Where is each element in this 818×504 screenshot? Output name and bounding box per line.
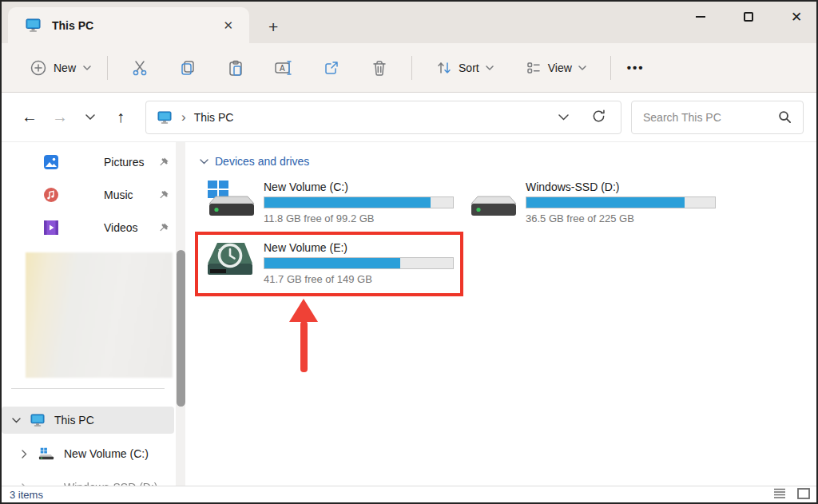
windows-drive-icon — [38, 447, 54, 460]
drive-tile-d[interactable]: Windows-SSD (D:) 36.5 GB free of 225 GB — [467, 179, 722, 224]
sidebar-item-label: Videos — [104, 221, 157, 234]
copy-button[interactable] — [169, 51, 207, 85]
pin-icon — [157, 222, 169, 234]
new-button[interactable]: New — [22, 54, 99, 82]
drive-name: New Volume (E:) — [264, 241, 455, 254]
paste-button[interactable] — [216, 51, 255, 85]
backup-drive-icon — [204, 240, 256, 280]
chevron-down-icon — [83, 65, 91, 70]
trash-icon — [371, 59, 388, 77]
sidebar-item-label: Pictures — [104, 156, 157, 169]
list-view-icon — [773, 488, 786, 498]
maximize-icon — [744, 12, 753, 22]
forward-button[interactable]: → — [45, 104, 75, 131]
sidebar-item-drive-d[interactable]: Windows-SSD (D:) — [2, 474, 174, 486]
tab-this-pc[interactable]: This PC ✕ — [8, 7, 249, 43]
minimize-button[interactable] — [692, 8, 709, 26]
sidebar-item-pictures[interactable]: Pictures — [2, 149, 176, 176]
refresh-button[interactable] — [591, 109, 606, 126]
drive-free-space: 41.7 GB free of 149 GB — [264, 273, 455, 285]
address-bar[interactable]: › This PC — [145, 101, 621, 134]
drive-usage-bar — [526, 196, 716, 208]
more-options-button[interactable]: ••• — [619, 56, 653, 79]
sidebar-item-videos[interactable]: Videos — [2, 214, 176, 241]
drive-usage-bar — [264, 196, 454, 208]
chevron-down-icon — [486, 65, 494, 70]
drive-tile-e[interactable]: New Volume (E:) 41.7 GB free of 149 GB — [204, 240, 460, 285]
back-button[interactable]: ← — [14, 104, 45, 131]
sidebar-item-label: New Volume (C:) — [64, 447, 149, 460]
new-tab-button[interactable]: + — [268, 18, 278, 35]
drive-usage-fill — [264, 258, 400, 268]
pin-icon — [157, 157, 169, 169]
windows-drive-icon — [204, 179, 256, 219]
plus-circle-icon — [30, 60, 46, 76]
details-view-button[interactable] — [773, 488, 786, 501]
chevron-right-icon[interactable] — [10, 450, 38, 458]
close-icon: ✕ — [791, 10, 802, 24]
gray-drive-icon — [467, 179, 518, 219]
large-icons-view-icon — [797, 488, 810, 499]
search-input[interactable]: Search This PC — [631, 101, 804, 134]
delete-button[interactable] — [360, 51, 399, 85]
sort-button-label: Sort — [459, 62, 479, 74]
command-toolbar: New A — [2, 43, 816, 93]
search-placeholder: Search This PC — [643, 111, 778, 124]
status-bar: 3 items — [2, 486, 816, 502]
view-button-label: View — [548, 62, 572, 74]
files-pane: Devices and drives New Volume (C:) 11.8 … — [187, 142, 816, 486]
monitor-icon — [26, 18, 41, 32]
pictures-icon — [43, 154, 59, 170]
group-header-devices-and-drives[interactable]: Devices and drives — [200, 155, 309, 168]
rename-button[interactable]: A — [264, 51, 303, 85]
item-count: 3 items — [10, 489, 43, 501]
cut-button[interactable] — [121, 51, 159, 85]
chevron-down-icon[interactable] — [2, 418, 30, 423]
drive-usage-fill — [264, 197, 431, 208]
sidebar-item-drive-c[interactable]: New Volume (C:) — [2, 440, 174, 467]
chevron-down-icon — [578, 65, 586, 70]
blurred-thumbnail — [26, 252, 173, 378]
window-controls: ✕ — [692, 8, 805, 26]
drive-name: Windows-SSD (D:) — [526, 181, 717, 193]
close-button[interactable]: ✕ — [788, 8, 805, 26]
share-button[interactable] — [312, 51, 351, 85]
breadcrumb-separator: › — [181, 109, 186, 125]
tab-title: This PC — [52, 19, 218, 32]
breadcrumb[interactable]: This PC — [194, 111, 558, 124]
cut-icon — [131, 59, 149, 77]
svg-text:A: A — [280, 64, 285, 73]
sidebar-item-this-pc[interactable]: This PC — [2, 407, 174, 434]
drive-free-space: 36.5 GB free of 225 GB — [526, 212, 717, 224]
rename-icon: A — [274, 59, 293, 77]
address-row: ← → ↑ › This PC — [2, 93, 816, 142]
maximize-button[interactable] — [740, 8, 757, 26]
sort-button[interactable]: Sort — [427, 54, 503, 82]
drive-tile-c[interactable]: New Volume (C:) 11.8 GB free of 99.2 GB — [204, 179, 460, 224]
view-icon — [526, 60, 542, 76]
monitor-icon — [157, 111, 172, 124]
toolbar-separator — [411, 56, 412, 80]
sort-icon — [436, 60, 452, 76]
sidebar-item-music[interactable]: Music — [2, 181, 176, 208]
minimize-icon — [696, 16, 705, 18]
group-header-label: Devices and drives — [215, 155, 309, 168]
large-icons-view-button[interactable] — [797, 488, 810, 502]
red-arrow-annotation — [289, 299, 318, 375]
sidebar-item-label: This PC — [54, 414, 94, 427]
up-button[interactable]: ↑ — [105, 104, 136, 131]
refresh-icon — [591, 109, 606, 124]
sidebar-scrollbar-thumb[interactable] — [177, 250, 185, 407]
view-button[interactable]: View — [516, 54, 596, 82]
share-icon — [323, 59, 340, 77]
sidebar-divider — [11, 388, 165, 389]
chevron-down-icon — [85, 114, 95, 120]
drive-name: New Volume (C:) — [264, 181, 455, 193]
address-dropdown-button[interactable] — [558, 111, 569, 123]
sidebar-item-label: Music — [104, 189, 157, 201]
drive-usage-bar — [264, 257, 454, 269]
arrow-head — [289, 299, 318, 322]
tab-close-icon[interactable]: ✕ — [218, 17, 238, 34]
file-explorer-window: This PC ✕ + ✕ New — [0, 0, 818, 504]
history-dropdown-button[interactable] — [75, 104, 105, 131]
